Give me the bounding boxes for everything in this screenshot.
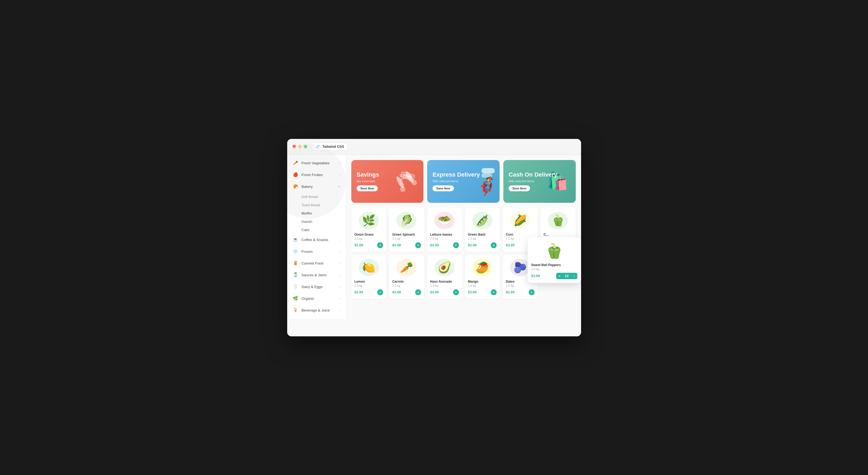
chevron-right-icon: ›	[339, 173, 340, 177]
carrots-image: 🥕	[396, 258, 417, 277]
add-carrots-btn[interactable]: +	[415, 289, 421, 295]
corn-price: $3.99	[506, 243, 515, 247]
sidebar-item-dairy-eggs[interactable]: 🥛 Dairy & Eggs ›	[287, 281, 346, 293]
add-lemon-btn[interactable]: +	[377, 289, 383, 295]
lemon-footer: $3.99 +	[354, 289, 383, 295]
sidebar-item-frozen[interactable]: ❄️ Frozen ›	[287, 246, 346, 257]
lemon-price: $3.99	[354, 290, 363, 294]
sidebar-item-organic[interactable]: 🌿 Organic ›	[287, 293, 346, 305]
onion-grass-footer: $3.99 +	[354, 242, 383, 248]
green-spinach-image: 🥬	[396, 211, 417, 230]
chevron-right-icon: ›	[339, 297, 340, 300]
cart-plus-btn[interactable]: +	[556, 273, 563, 279]
add-dates-btn[interactable]: +	[529, 289, 535, 295]
add-avocado-btn[interactable]: +	[453, 289, 459, 295]
sidebar-item-label: Dairy & Eggs	[302, 285, 323, 289]
product-green-spinach[interactable]: 🥬 Green Spinach 1.5 kg $3.99 +	[389, 208, 424, 252]
cart-product-price: $3.99	[531, 274, 540, 278]
chevron-right-icon: ›	[339, 285, 340, 288]
onion-grass-image: 🌿	[358, 211, 379, 230]
main-content: Savings day essentials Save Now PRICE	[346, 155, 581, 336]
lettuce-name: Lettuce leaves	[430, 233, 459, 236]
chevron-right-icon: ›	[339, 238, 340, 242]
cloud-1-deco	[482, 168, 495, 173]
dates-footer: $3.99 +	[506, 289, 535, 295]
cart-product-weight: 1.5 kg	[531, 267, 577, 271]
product-avocado[interactable]: 🥑 Hass Avocado 1.5 kg $3.99 +	[427, 255, 462, 299]
cash-banner-btn[interactable]: Save Now	[509, 185, 530, 191]
sauces-icon: 🫙	[292, 272, 299, 278]
mango-footer: $3.99 +	[468, 289, 497, 295]
add-green-spinach-btn[interactable]: +	[415, 242, 421, 248]
dairy-icon: 🥛	[292, 284, 299, 290]
add-green-barb-btn[interactable]: +	[491, 242, 497, 248]
lettuce-image: 🥗	[434, 211, 455, 230]
add-lettuce-btn[interactable]: +	[453, 242, 459, 248]
express-banner-btn[interactable]: Save Now	[433, 185, 454, 191]
add-onion-grass-btn[interactable]: +	[377, 242, 383, 248]
express-delivery-banner[interactable]: Express Delivery With selected Items Sav…	[427, 160, 500, 203]
submenu-cake[interactable]: Cake	[287, 226, 346, 234]
sidebar-item-fresh-vegetables[interactable]: 🥕 Fresh Vegetables ›	[287, 157, 346, 169]
dates-weight: 1.5 kg	[506, 284, 535, 287]
avocado-name: Hass Avocado	[430, 280, 459, 283]
savings-banner[interactable]: Savings day essentials Save Now PRICE	[351, 160, 424, 203]
cart-minus-btn[interactable]: −	[571, 273, 577, 279]
cash-delivery-banner[interactable]: Cash On Delivery With selected Items Sav…	[503, 160, 576, 203]
savings-banner-btn[interactable]: Save Now	[356, 185, 378, 191]
corn-image: 🌽	[509, 211, 531, 230]
sidebar-item-coffee-snacks[interactable]: ☕ Coffee & Snacks ›	[287, 234, 346, 246]
green-barb-image: 🫛	[471, 211, 493, 230]
onion-grass-name: Onion Grass	[354, 233, 383, 236]
add-mango-btn[interactable]: +	[491, 289, 497, 295]
chevron-down-icon: ∨	[338, 185, 340, 188]
mango-weight: 1.5 kg	[468, 284, 497, 287]
corn-name: Corn	[506, 233, 535, 236]
sidebar-item-fresh-fruits[interactable]: 🍎 Fresh Fruites ›	[287, 169, 346, 181]
sidebar-item-label: Coffee & Snacks	[302, 238, 328, 242]
product-lemon[interactable]: 🍋 Lemon 1.5 kg $3.99 +	[351, 255, 386, 299]
lemon-name: Lemon	[354, 280, 383, 283]
cart-qty-controls: + 12 −	[556, 273, 577, 279]
mango-image: 🥭	[471, 258, 493, 277]
avocado-footer: $3.99 +	[430, 289, 459, 295]
frozen-icon: ❄️	[292, 249, 299, 255]
dates-price: $3.99	[506, 290, 515, 294]
sidebar-item-canned-food[interactable]: 🥫 Canned Food ›	[287, 257, 346, 269]
sidebar-item-bakery[interactable]: 🥐 Bakery ∨	[287, 181, 346, 193]
chevron-right-icon: ›	[339, 309, 340, 312]
submenu-danish[interactable]: Danish	[287, 218, 346, 226]
chevron-right-icon: ›	[339, 274, 340, 277]
green-barb-weight: 1.5 kg	[468, 237, 497, 240]
mango-name: Mango	[468, 280, 497, 283]
green-barb-name: Green Barb	[468, 233, 497, 236]
carrots-name: Carrots	[392, 280, 421, 283]
onion-grass-price: $3.99	[354, 243, 363, 247]
express-banner-text: Express Delivery With selected Items Sav…	[433, 171, 480, 191]
chevron-right-icon: ›	[339, 250, 340, 253]
beverage-icon: 🍹	[292, 308, 299, 313]
onion-grass-weight: 1.5 kg	[354, 237, 383, 240]
sidebar-item-sauces-jams[interactable]: 🫙 Sauces & Jams ›	[287, 269, 346, 281]
green-spinach-weight: 1.5 kg	[392, 237, 421, 240]
chevron-right-icon: ›	[339, 262, 340, 265]
sidebar-item-beverage-juice[interactable]: 🍹 Beverage & Juice ›	[287, 305, 346, 316]
browser-window: Tailwind CSS 🥕 Fresh Vegetables › 🍎 Fres…	[287, 139, 581, 336]
sidebar-item-label: Fresh Vegetables	[302, 161, 330, 165]
lettuce-price: $3.99	[430, 243, 439, 247]
product-carrots[interactable]: 🥕 Carrots 1.5 kg $3.99 +	[389, 255, 424, 299]
sidebar-item-label: Sauces & Jams	[302, 273, 327, 277]
product-lettuce[interactable]: 🥗 Lettuce leaves 1.5 kg $3.99 +	[427, 208, 462, 252]
carrots-price: $3.99	[392, 290, 401, 294]
product-onion-grass[interactable]: 🌿 Onion Grass 1.5 kg $3.99 +	[351, 208, 386, 252]
savings-banner-text: Savings day essentials Save Now	[356, 171, 379, 191]
cart-quantity: 12	[563, 273, 571, 279]
product-mango[interactable]: 🥭 Mango 1.5 kg $3.99 +	[465, 255, 500, 299]
green-barb-price: $3.99	[468, 243, 477, 247]
avocado-image: 🥑	[434, 258, 455, 277]
scissors-icon: ✂	[392, 167, 419, 194]
banners-section: Savings day essentials Save Now PRICE	[351, 160, 576, 203]
lettuce-footer: $3.99 +	[430, 242, 459, 248]
product-green-barb[interactable]: 🫛 Green Barb 1.5 kg $3.99 +	[465, 208, 500, 252]
app-body: 🥕 Fresh Vegetables › 🍎 Fresh Fruites › 🥐…	[287, 155, 581, 336]
